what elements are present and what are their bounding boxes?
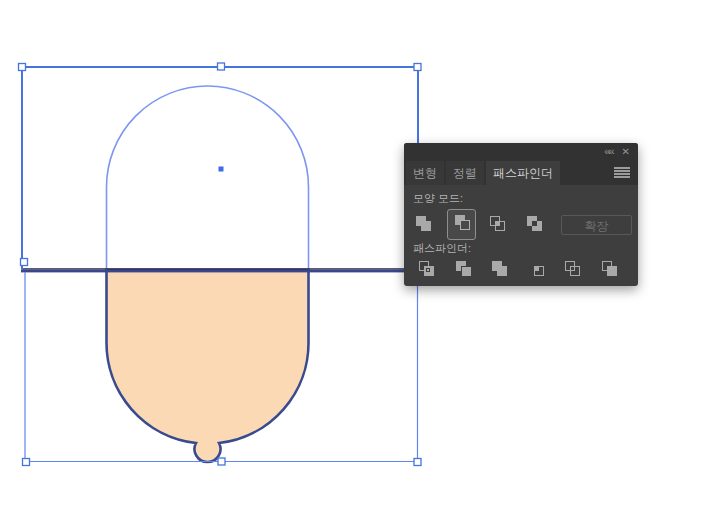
handle-mid-left[interactable] bbox=[21, 259, 28, 266]
minus-front-icon bbox=[454, 214, 471, 231]
outline-icon bbox=[564, 260, 581, 277]
outline-button[interactable] bbox=[559, 260, 581, 280]
expand-button[interactable]: 확장 bbox=[561, 215, 632, 235]
intersect-button[interactable] bbox=[487, 215, 506, 235]
exclude-button[interactable] bbox=[524, 215, 543, 235]
rect-bottom-edge bbox=[21, 270, 419, 273]
unite-button[interactable] bbox=[413, 215, 432, 235]
close-panel-icon[interactable]: ✕ bbox=[622, 143, 630, 160]
collapse-panel-icon[interactable]: «« bbox=[604, 143, 612, 160]
handle-bottom-center[interactable] bbox=[218, 458, 225, 465]
tab-align[interactable]: 정렬 bbox=[446, 161, 484, 185]
handle-bottom-left[interactable] bbox=[23, 459, 30, 466]
minus-back-icon bbox=[601, 260, 618, 277]
merge-button[interactable] bbox=[486, 260, 508, 280]
trim-icon bbox=[455, 260, 472, 277]
handle-bottom-right[interactable] bbox=[414, 459, 421, 466]
shape-modes-row: 확장 bbox=[413, 211, 632, 238]
panel-body: 모양 모드: bbox=[404, 185, 638, 279]
crop-icon bbox=[528, 260, 545, 277]
intersect-icon bbox=[489, 215, 506, 232]
pathfinder-row bbox=[413, 261, 632, 279]
handle-top-left[interactable] bbox=[19, 64, 26, 71]
pathfinder-label: 패스파인더: bbox=[413, 242, 632, 255]
panel-menu-icon[interactable] bbox=[614, 167, 630, 178]
minus-front-selected-frame bbox=[447, 209, 476, 240]
panel-tabstrip: 변형 정렬 패스파인더 bbox=[404, 160, 638, 185]
tab-pathfinder[interactable]: 패스파인더 bbox=[486, 161, 560, 185]
panel-titlebar: «« ✕ bbox=[404, 143, 638, 160]
unite-icon bbox=[415, 215, 432, 232]
divide-icon bbox=[418, 260, 435, 277]
trim-button[interactable] bbox=[450, 260, 472, 280]
handle-top-right[interactable] bbox=[414, 64, 421, 71]
minus-front-button[interactable] bbox=[452, 214, 471, 234]
rect-bottom-edge-dark bbox=[21, 268, 419, 269]
minus-back-button[interactable] bbox=[596, 260, 618, 280]
shape-modes-label: 모양 모드: bbox=[413, 192, 632, 205]
selection-center-marker bbox=[219, 167, 224, 172]
hidden-path-outline bbox=[107, 86, 309, 272]
crop-button[interactable] bbox=[523, 260, 545, 280]
merge-icon bbox=[491, 260, 508, 277]
divide-button[interactable] bbox=[413, 260, 435, 280]
handle-top-center[interactable] bbox=[218, 63, 225, 70]
bell-shape[interactable] bbox=[106, 270, 308, 462]
tab-transform[interactable]: 변형 bbox=[406, 161, 444, 185]
exclude-icon bbox=[526, 215, 543, 232]
illustrator-artboard: «« ✕ 변형 정렬 패스파인더 모양 모드: bbox=[0, 0, 723, 525]
pathfinder-panel: «« ✕ 변형 정렬 패스파인더 모양 모드: bbox=[404, 143, 638, 286]
